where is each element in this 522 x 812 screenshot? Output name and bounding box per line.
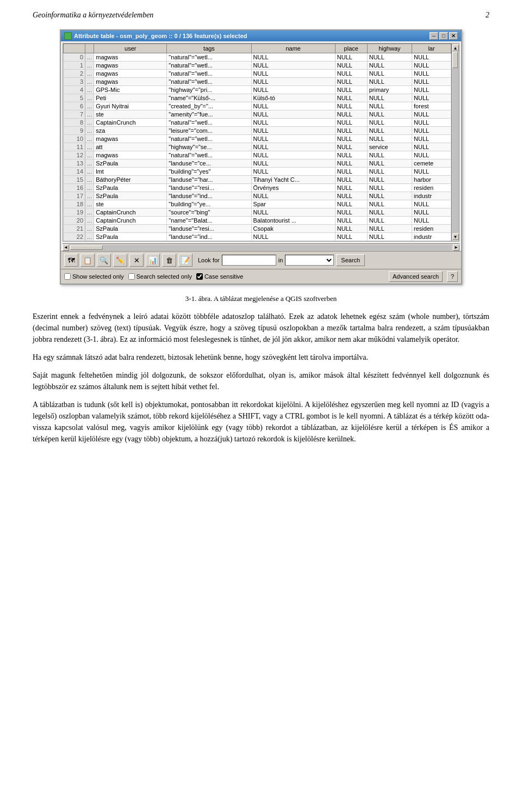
table-cell: "natural"="wetl... — [167, 53, 251, 61]
table-cell: ... — [85, 110, 94, 119]
col-header-lar[interactable]: lar — [412, 44, 451, 53]
toolbar-btn-1[interactable]: 🗺 — [64, 254, 78, 267]
table-cell: NULL — [412, 151, 451, 159]
table-cell: ... — [85, 192, 94, 200]
table-cell: NULL — [251, 86, 335, 94]
table-cell: "landuse"="ind... — [167, 233, 251, 241]
table-cell: NULL — [412, 53, 451, 61]
table-row[interactable]: 5...Peti"name"="Külső-...Külső-tóNULLNUL… — [64, 94, 451, 102]
table-cell: NULL — [335, 135, 367, 143]
toolbar-btn-2[interactable]: 📋 — [80, 254, 95, 267]
table-cell: ... — [85, 159, 94, 168]
table-cell: 6 — [64, 102, 85, 110]
table-row[interactable]: 13...SzPaula"landuse"="ce...NULLNULLNULL… — [64, 159, 451, 168]
scroll-down-button[interactable]: ▼ — [452, 233, 459, 240]
page-number: 2 — [486, 11, 489, 20]
table-row[interactable]: 22...SzPaula"landuse"="ind...NULLNULLNUL… — [64, 233, 451, 241]
toolbar-btn-7[interactable]: 🗑 — [162, 254, 176, 267]
table-row[interactable]: 7...ste"amenity"="fue...NULLNULLNULLNULL — [64, 110, 451, 119]
table-row[interactable]: 14...lmt"building"="yes"NULLNULLNULLNULL — [64, 168, 451, 176]
table-cell: "building"="yes" — [167, 168, 251, 176]
scroll-right-button[interactable]: ► — [453, 244, 459, 251]
table-cell: Peti — [94, 94, 167, 102]
table-cell: 2 — [64, 70, 85, 78]
help-button[interactable]: ? — [447, 271, 458, 282]
table-row[interactable]: 12...magwas"natural"="wetl...NULLNULLNUL… — [64, 151, 451, 159]
table-cell: industr — [412, 192, 451, 200]
maximize-button[interactable]: □ — [439, 32, 448, 40]
col-header-name[interactable]: name — [251, 44, 335, 53]
close-button[interactable]: ✕ — [449, 32, 458, 40]
minimize-button[interactable]: ─ — [430, 32, 438, 40]
table-row[interactable]: 4...GPS-Mic"highway"="pri...NULLNULLprim… — [64, 86, 451, 94]
table-cell: NULL — [251, 168, 335, 176]
search-button[interactable]: Search — [336, 254, 365, 266]
table-row[interactable]: 0...magwas"natural"="wetl...NULLNULLNULL… — [64, 53, 451, 61]
table-row[interactable]: 20...CaptainCrunch"name"="Balat...Balato… — [64, 217, 451, 225]
body-paragraph: Ha egy számnak látszó adat balra rendeze… — [33, 352, 489, 363]
toolbar-btn-4[interactable]: ✏️ — [113, 254, 127, 267]
table-cell: 11 — [64, 143, 85, 151]
col-header-place[interactable]: place — [335, 44, 367, 53]
table-cell: NULL — [335, 217, 367, 225]
table-cell: "source"="bing" — [167, 208, 251, 217]
window-controls[interactable]: ─ □ ✕ — [430, 32, 458, 40]
table-row[interactable]: 15...BáthoryPéter"landuse"="har...Tihany… — [64, 176, 451, 184]
advanced-search-button[interactable]: Advanced search — [389, 271, 443, 282]
toolbar-btn-3[interactable]: 🔍 — [97, 254, 111, 267]
search-selected-only-checkbox[interactable] — [128, 273, 135, 280]
hscrollbar-thumb[interactable] — [70, 245, 103, 250]
table-cell: ... — [85, 61, 94, 70]
table-cell: ... — [85, 168, 94, 176]
table-cell: Gyuri Nyitrai — [94, 102, 167, 110]
horizontal-scrollbar[interactable]: ◄ ► — [63, 243, 459, 251]
table-row[interactable]: 11...att"highway"="se...NULLNULLserviceN… — [64, 143, 451, 151]
show-selected-only-checkbox[interactable] — [64, 273, 71, 280]
table-row[interactable]: 9...sza"leisure"="com...NULLNULLNULLNULL — [64, 127, 451, 135]
table-row[interactable]: 21...SzPaula"landuse"="resi...CsopakNULL… — [64, 225, 451, 233]
table-cell: 13 — [64, 159, 85, 168]
toolbar-btn-6[interactable]: 📊 — [146, 254, 160, 267]
table-row[interactable]: 10...magwas"natural"="wetl...NULLNULLNUL… — [64, 135, 451, 143]
col-header-highway[interactable]: highway — [367, 44, 412, 53]
scrollbar-thumb[interactable] — [452, 52, 458, 68]
col-header-tags[interactable]: tags — [167, 44, 251, 53]
scroll-up-button[interactable]: ▲ — [452, 45, 459, 51]
table-cell: NULL — [335, 225, 367, 233]
table-cell: "name"="Külső-... — [167, 94, 251, 102]
table-cell: 12 — [64, 151, 85, 159]
table-cell: NULL — [367, 119, 412, 127]
table-row[interactable]: 3...magwas"natural"="wetl...NULLNULLNULL… — [64, 78, 451, 86]
in-dropdown[interactable] — [285, 255, 334, 266]
scroll-left-button[interactable]: ◄ — [63, 244, 69, 251]
table-cell: NULL — [412, 217, 451, 225]
table-cell: "landuse"="resi... — [167, 184, 251, 192]
table-cell: NULL — [251, 135, 335, 143]
table-cell: ste — [94, 110, 167, 119]
table-cell: 10 — [64, 135, 85, 143]
table-row[interactable]: 8...CaptainCrunch"natural"="wetl...NULLN… — [64, 119, 451, 127]
table-row[interactable]: 17...SzPaula"landuse"="ind...NULLNULLNUL… — [64, 192, 451, 200]
look-for-input[interactable] — [222, 255, 276, 266]
toolbar-btn-8[interactable]: 📝 — [178, 254, 192, 267]
table-cell: ... — [85, 217, 94, 225]
toolbar-btn-5[interactable]: ✕ — [129, 254, 144, 267]
table-cell: ... — [85, 86, 94, 94]
vertical-scrollbar[interactable]: ▲ ▼ — [451, 44, 459, 241]
table-cell: cemete — [412, 159, 451, 168]
table-cell: 5 — [64, 94, 85, 102]
table-row[interactable]: 16...SzPaula"landuse"="resi...ÖrvényesNU… — [64, 184, 451, 192]
table-cell: NULL — [367, 78, 412, 86]
look-for-label: Look for — [198, 257, 220, 263]
table-row[interactable]: 2...magwas"natural"="wetl...NULLNULLNULL… — [64, 70, 451, 78]
table-cell: NULL — [335, 200, 367, 208]
table-row[interactable]: 18...ste"building"="ye...SparNULLNULLNUL… — [64, 200, 451, 208]
table-row[interactable]: 19...CaptainCrunch"source"="bing"NULLNUL… — [64, 208, 451, 217]
body-paragraph: Eszerint ennek a fedvénynek a leíró adat… — [33, 311, 489, 345]
case-sensitive-checkbox[interactable] — [196, 273, 203, 280]
table-row[interactable]: 6...Gyuri Nyitrai"created_by"="...NULLNU… — [64, 102, 451, 110]
table-cell: NULL — [367, 102, 412, 110]
table-cell: NULL — [412, 127, 451, 135]
col-header-user[interactable]: user — [94, 44, 167, 53]
table-row[interactable]: 1...magwas"natural"="wetl...NULLNULLNULL… — [64, 61, 451, 70]
